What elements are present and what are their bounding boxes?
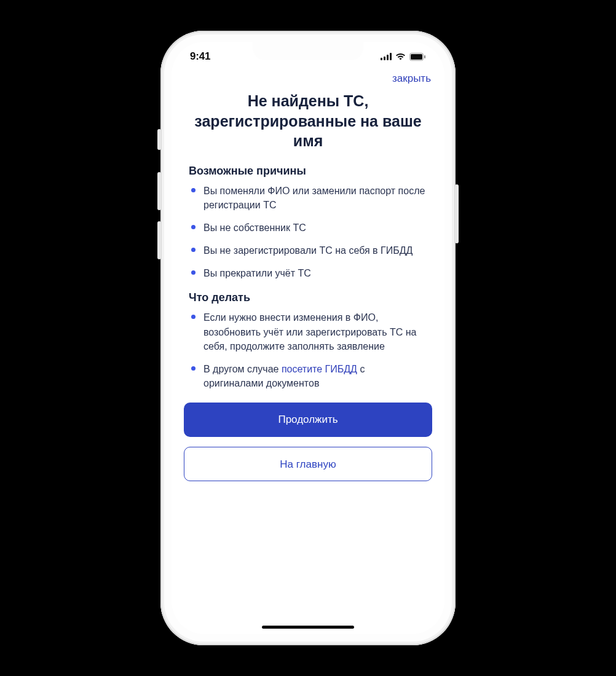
status-icons <box>381 53 426 61</box>
phone-device-frame: 9:41 <box>160 31 456 645</box>
svg-rect-6 <box>424 55 425 58</box>
visit-gibdd-link[interactable]: посетите ГИБДД <box>282 364 357 374</box>
list-item: Если нужно внести изменения в ФИО, возоб… <box>189 310 427 353</box>
list-item: В другом случае посетите ГИБДД с оригина… <box>189 362 427 390</box>
list-item: Вы поменяли ФИО или заменили паспорт пос… <box>189 184 427 212</box>
close-link[interactable]: закрыть <box>392 73 431 85</box>
page-title: Не найдены ТС, зарегистрированные на ваш… <box>189 91 427 151</box>
volume-up-button <box>157 172 161 210</box>
home-indicator[interactable] <box>262 626 354 629</box>
list-item: Вы не зарегистрировали ТС на себя в ГИБД… <box>189 243 427 257</box>
silence-switch <box>157 129 161 150</box>
svg-rect-2 <box>387 55 389 60</box>
svg-rect-3 <box>390 53 392 60</box>
volume-down-button <box>157 221 161 259</box>
actions-list: Если нужно внести изменения в ФИО, возоб… <box>189 310 427 390</box>
svg-rect-5 <box>411 54 422 60</box>
list-item: Вы прекратили учёт ТС <box>189 266 427 280</box>
svg-rect-0 <box>381 58 382 60</box>
cellular-signal-icon <box>381 53 392 60</box>
continue-button[interactable]: Продолжить <box>184 403 432 437</box>
page-content: Не найдены ТС, зарегистрированные на ваш… <box>172 88 444 390</box>
status-time: 9:41 <box>190 50 210 63</box>
power-button <box>455 184 459 243</box>
home-button[interactable]: На главную <box>184 447 432 481</box>
button-stack: Продолжить На главную <box>172 399 444 481</box>
battery-icon <box>409 53 426 61</box>
actions-heading: Что делать <box>189 291 427 304</box>
list-item: Вы не собственник ТС <box>189 221 427 235</box>
action-item-prefix: В другом случае <box>203 364 282 374</box>
wifi-icon <box>395 53 406 60</box>
phone-screen: 9:41 <box>172 42 444 634</box>
phone-notch <box>253 42 363 60</box>
reasons-heading: Возможные причины <box>189 165 427 178</box>
svg-rect-1 <box>384 57 385 60</box>
reasons-list: Вы поменяли ФИО или заменили паспорт пос… <box>189 184 427 281</box>
